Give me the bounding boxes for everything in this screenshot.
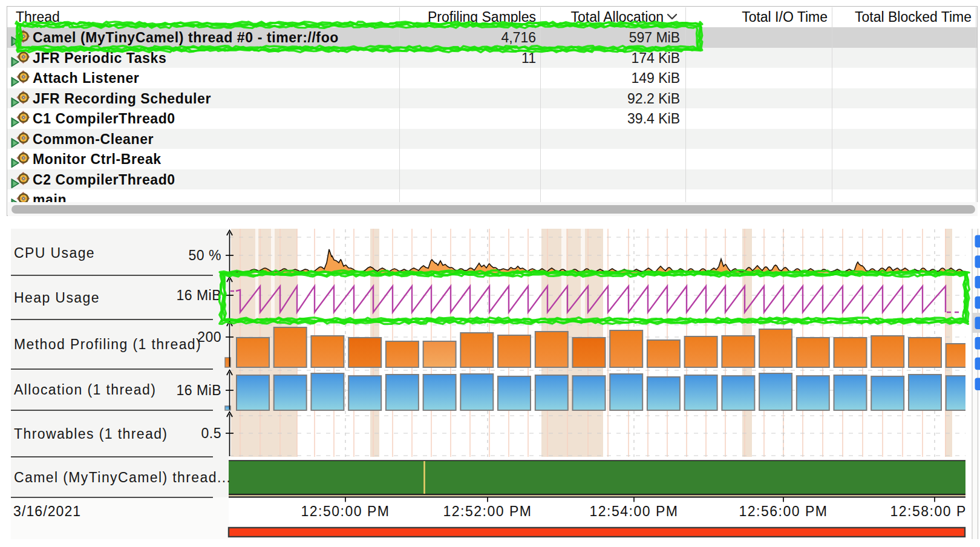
method-profiling-bar — [386, 341, 419, 367]
method-profiling-bar — [498, 335, 531, 367]
method-profiling-bar — [871, 336, 904, 367]
method-profiling-bar — [573, 338, 606, 367]
method-profiling-bar — [348, 338, 381, 367]
time-axis-labels: 12:50:00 PM12:52:00 PM12:54:00 PM12:56:0… — [11, 503, 965, 520]
timeline-chart[interactable] — [0, 0, 980, 547]
allocation-bar — [647, 377, 680, 410]
allocation-bar — [797, 376, 829, 410]
lane-label-6: Camel (MyTinyCamel) thread... — [14, 469, 231, 486]
allocation-bar — [871, 376, 904, 410]
allocation-bar — [498, 376, 531, 410]
lane-config-button[interactable] — [975, 235, 980, 248]
lane-axis-value-1: 50 % — [119, 247, 221, 264]
method-profiling-bar — [946, 344, 979, 367]
method-profiling-bar — [685, 336, 717, 367]
lane-config-button[interactable] — [975, 337, 980, 350]
time-tick-label: 12:54:00 PM — [567, 503, 701, 520]
lane-label-2: Heap Usage — [14, 289, 100, 306]
method-profiling-bar — [647, 340, 680, 367]
allocation-bar — [274, 375, 307, 410]
lane-label-1: CPU Usage — [14, 244, 95, 261]
allocation-bar — [535, 375, 568, 410]
method-profiling-bar — [460, 333, 493, 367]
method-profiling-bar — [237, 338, 269, 367]
lane-config-button[interactable] — [975, 296, 980, 309]
allocation-bar — [348, 376, 381, 410]
allocation-bar — [909, 375, 941, 410]
time-tick-label: 12:50:00 PM — [279, 503, 412, 520]
allocation-bar — [423, 375, 456, 410]
lane-axis-value-4: 16 MiB — [119, 382, 221, 399]
allocation-bar — [237, 375, 269, 410]
method-profiling-bar — [797, 338, 829, 367]
allocation-bar — [311, 373, 344, 410]
method-profiling-bar — [311, 336, 344, 367]
method-profiling-bar — [274, 327, 307, 367]
method-profiling-bar — [834, 338, 867, 367]
lane-axis-value-3: 200 — [119, 329, 221, 346]
allocation-bar — [573, 376, 606, 410]
lane-config-button[interactable] — [975, 316, 980, 329]
allocation-bar — [685, 375, 717, 410]
thread-activity-span — [229, 461, 965, 494]
method-profiling-bar — [423, 341, 456, 367]
method-profiling-bar — [610, 330, 642, 367]
method-profiling-bar — [909, 338, 941, 367]
lane-config-button[interactable] — [975, 358, 980, 370]
time-tick-label: 12:52:00 PM — [421, 503, 554, 520]
method-profiling-bar — [759, 329, 792, 367]
lane-axis-value-2: 16 MiB — [119, 287, 221, 304]
allocation-bar — [722, 376, 754, 410]
lane-config-button[interactable] — [975, 378, 980, 391]
allocation-bar — [946, 376, 979, 410]
allocation-bar — [460, 374, 493, 410]
method-profiling-bar — [722, 336, 754, 367]
allocation-bar — [759, 373, 792, 410]
method-profiling-bar — [535, 332, 568, 367]
lane-config-button[interactable] — [975, 255, 980, 268]
time-tick-label: 12:56:00 PM — [717, 503, 850, 520]
time-tick-label: 12:58:00 PM — [868, 503, 965, 520]
gc-pause-band — [945, 229, 952, 457]
lane-axis-value-5: 0.5 — [119, 425, 221, 442]
allocation-bar — [610, 374, 642, 410]
jmc-profiler-view: Thread Profiling Samples Total Allocatio… — [0, 0, 980, 547]
lane-config-button[interactable] — [975, 276, 980, 289]
range-selector-bar — [229, 528, 965, 537]
allocation-bar — [386, 375, 419, 410]
allocation-bar — [834, 375, 867, 410]
